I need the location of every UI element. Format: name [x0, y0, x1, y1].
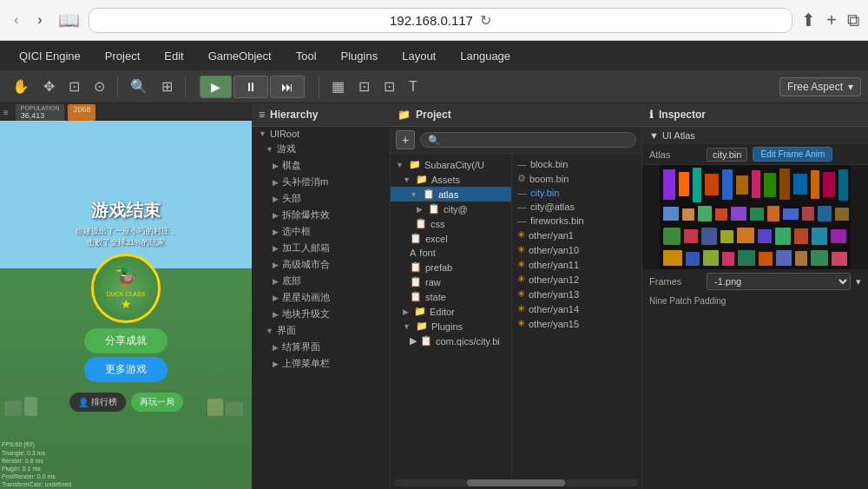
- tree-head-comp[interactable]: ▶ 头补偿消m: [252, 174, 390, 190]
- svg-rect-43: [811, 250, 828, 266]
- hierarchy-panel: ≡ Hierarchy ▼ UIRoot ▼ 游戏 ▶ 棋盘 ▶ 头补偿消m ▶: [252, 103, 391, 489]
- layout-btn-3[interactable]: ⊡: [378, 75, 400, 98]
- pause-button[interactable]: ⏸: [233, 76, 268, 98]
- play-button[interactable]: ▶: [200, 76, 232, 98]
- menu-language[interactable]: Language: [448, 44, 523, 68]
- svg-rect-21: [783, 208, 799, 220]
- tree-settle[interactable]: ▶ 结算界面: [252, 339, 390, 355]
- tree-select-box[interactable]: ▶ 选中框: [252, 223, 390, 240]
- file-entry-yan12[interactable]: ✳ other/yan12: [512, 272, 641, 287]
- layout-btn-2[interactable]: ⊡: [353, 75, 375, 98]
- file-entry-city[interactable]: — city.bin: [512, 186, 641, 200]
- layout-btn-1[interactable]: ▦: [326, 75, 350, 98]
- layout-btn-4[interactable]: T: [404, 76, 423, 98]
- bin-icon-boom: ⚙: [517, 173, 526, 184]
- svg-rect-37: [703, 250, 719, 266]
- tree-city-adv[interactable]: ▶ 高级城市合: [252, 256, 390, 273]
- inspector-atlas-row: Atlas city.bin Edit Frame Anim: [642, 144, 868, 164]
- zoom-tool[interactable]: 🔍: [125, 75, 153, 98]
- inspector-panel: ℹ Inspector ▼ UI Atlas Atlas city.bin Ed…: [642, 103, 868, 489]
- svg-rect-2: [679, 172, 689, 196]
- file-state[interactable]: 📋 state: [391, 289, 511, 304]
- tree-game[interactable]: ▼ 游戏: [252, 141, 390, 157]
- rotate-tool[interactable]: ⊙: [89, 75, 110, 98]
- file-css[interactable]: 📋 css: [391, 216, 511, 231]
- reload-icon[interactable]: ↻: [480, 12, 491, 29]
- back-button[interactable]: ‹: [9, 9, 23, 31]
- forward-button[interactable]: ›: [32, 9, 47, 31]
- menu-tool[interactable]: Tool: [284, 44, 329, 68]
- aspect-selector[interactable]: Free Aspect ▾: [779, 77, 861, 96]
- file-subara[interactable]: ▼ 📁 SubaraCity(/U: [391, 157, 511, 172]
- tree-uiroot[interactable]: ▼ UIRoot: [252, 127, 390, 141]
- hand-tool[interactable]: ✋: [7, 75, 35, 98]
- menu-qici[interactable]: QICI Engine: [7, 44, 93, 68]
- svg-rect-3: [693, 168, 701, 202]
- tree-head[interactable]: ▶ 头部: [252, 190, 390, 207]
- menu-gameobject[interactable]: GameObject: [196, 44, 284, 68]
- hierarchy-title: Hierarchy: [270, 109, 318, 121]
- project-search[interactable]: [420, 132, 636, 148]
- scale-tool[interactable]: ⊡: [63, 75, 85, 98]
- file-entry-yan14[interactable]: ✳ other/yan14: [512, 301, 641, 316]
- tree-mail[interactable]: ▶ 加工人邮箱: [252, 240, 390, 256]
- more-games-button[interactable]: 更多游戏: [84, 357, 168, 382]
- nine-patch-label: Nine Patch Padding: [649, 296, 726, 306]
- new-tab-icon[interactable]: +: [826, 10, 837, 30]
- file-entry-fireworks[interactable]: — fireworks.bin: [512, 214, 641, 228]
- file-entry-block[interactable]: — block.bin: [512, 157, 641, 171]
- inspector-ui-atlas-section: ▼ UI Atlas Atlas city.bin Edit Frame Ani…: [642, 127, 868, 165]
- file-assets[interactable]: ▼ 📁 Assets: [391, 172, 511, 187]
- project-scrollbar[interactable]: [394, 479, 638, 486]
- frames-select[interactable]: -1.png: [707, 273, 851, 290]
- file-editor[interactable]: ▶ 📁 Editor: [391, 304, 511, 319]
- svg-rect-4: [705, 174, 719, 195]
- tree-popup[interactable]: ▶ 上弹菜单栏: [252, 355, 390, 372]
- file-entry-boom[interactable]: ⚙ boom.bin: [512, 171, 641, 186]
- file-prefab[interactable]: 📋 prefab: [391, 260, 511, 274]
- file-entry-yan10[interactable]: ✳ other/yan10: [512, 242, 641, 257]
- share-icon[interactable]: ⬆: [801, 10, 816, 30]
- url-bar[interactable]: 192.168.0.117 ↻: [89, 8, 793, 33]
- file-entry-yan15[interactable]: ✳ other/yan15: [512, 316, 641, 331]
- browser-chrome: ‹ › 📖 192.168.0.117 ↻ ⬆ + ⧉: [0, 0, 868, 41]
- edit-frame-anim-button[interactable]: Edit Frame Anim: [753, 147, 832, 162]
- tree-upgrade[interactable]: ▶ 地块升级文: [252, 306, 390, 322]
- move-tool[interactable]: ✥: [38, 75, 60, 98]
- file-atlas[interactable]: ▼ 📋 atlas: [391, 187, 511, 202]
- svg-rect-19: [750, 208, 764, 221]
- file-raw[interactable]: 📋 raw: [391, 274, 511, 289]
- file-excel[interactable]: 📋 excel: [391, 231, 511, 246]
- share-button[interactable]: 分享成就: [84, 328, 168, 354]
- svg-rect-5: [722, 169, 733, 200]
- replay-button[interactable]: 再玩一局: [131, 393, 183, 412]
- file-entry-yan1[interactable]: ✳ other/yan1: [512, 228, 641, 242]
- file-entry-yan13[interactable]: ✳ other/yan13: [512, 287, 641, 301]
- step-button[interactable]: ⏭: [270, 76, 305, 98]
- tree-bottom[interactable]: ▶ 底部: [252, 273, 390, 289]
- menu-project[interactable]: Project: [93, 44, 152, 68]
- file-plugins[interactable]: ▼ 📁 Plugins: [391, 319, 511, 334]
- file-font[interactable]: A font: [391, 246, 511, 260]
- tree-board[interactable]: ▶ 棋盘: [252, 157, 390, 174]
- svg-rect-24: [835, 208, 849, 221]
- rank-button[interactable]: 👤 排行榜: [69, 393, 126, 412]
- menu-edit[interactable]: Edit: [152, 44, 195, 68]
- tree-explode[interactable]: ▶ 拆除爆炸效: [252, 207, 390, 223]
- file-entry-yan11[interactable]: ✳ other/yan11: [512, 257, 641, 272]
- tree-ui[interactable]: ▼ 界面: [252, 322, 390, 339]
- file-com-qics[interactable]: ▶ 📋 com.qics/city.bi: [391, 334, 511, 348]
- inspector-header: ℹ Inspector: [642, 103, 868, 127]
- file-entry-city-atlas[interactable]: — city@atlas: [512, 200, 641, 214]
- menu-layout[interactable]: Layout: [390, 44, 448, 68]
- menu-plugins[interactable]: Plugins: [329, 44, 391, 68]
- bookmark-icon[interactable]: 📖: [58, 10, 80, 30]
- svg-rect-36: [686, 252, 700, 266]
- tree-stars[interactable]: ▶ 星星动画池: [252, 289, 390, 306]
- file-city-at[interactable]: ▶ 📋 city@: [391, 202, 511, 216]
- add-asset-button[interactable]: +: [396, 130, 415, 149]
- grid-tool[interactable]: ⊞: [156, 75, 178, 98]
- tabs-icon[interactable]: ⧉: [847, 10, 859, 30]
- game-bottom-bar: 👤 排行榜 再玩一局: [69, 393, 183, 412]
- game-menu-icon[interactable]: ≡: [3, 108, 9, 117]
